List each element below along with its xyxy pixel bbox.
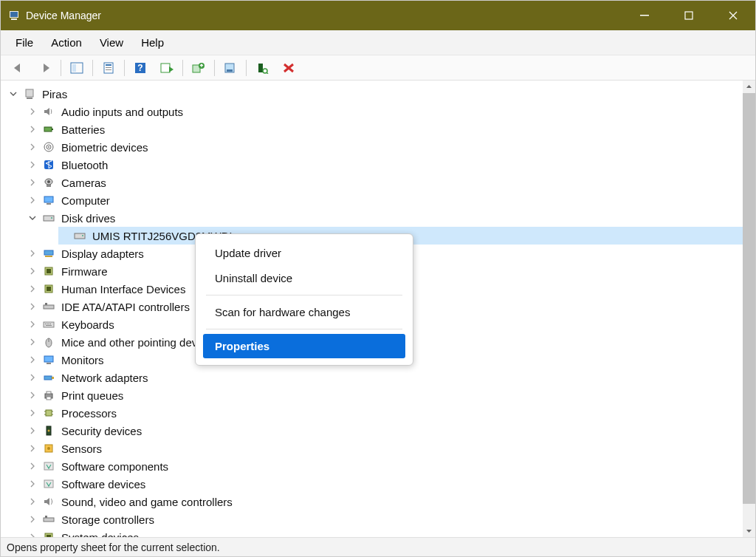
toolbar-forward-button[interactable] [32, 58, 58, 78]
tree-category-label: Software components [61, 460, 168, 473]
tree-category-label: Bluetooth [61, 159, 108, 171]
chevron-right-icon[interactable] [27, 496, 38, 507]
chevron-right-icon[interactable] [27, 355, 38, 365]
toolbar-properties-button[interactable] [96, 58, 121, 78]
svg-rect-76 [45, 516, 47, 518]
svg-rect-25 [26, 89, 33, 97]
svg-point-72 [47, 447, 50, 450]
toolbar-update-driver-button[interactable] [186, 58, 211, 78]
svg-rect-1 [11, 18, 17, 20]
tree-category[interactable]: Sensors [27, 440, 743, 457]
tree-category[interactable]: Print queues [27, 386, 743, 404]
tree-category[interactable]: System devices [27, 528, 743, 537]
toolbar-scan-button[interactable] [250, 58, 275, 78]
toolbar-action-button[interactable] [154, 58, 179, 78]
svg-rect-45 [47, 269, 51, 273]
toolbar-help-button[interactable]: ? [128, 58, 153, 78]
chevron-right-icon[interactable] [27, 532, 38, 537]
tree-category[interactable]: Cameras [27, 174, 743, 191]
tree-category-label: Audio inputs and outputs [61, 106, 183, 118]
tree-root[interactable]: Piras [8, 85, 743, 103]
tree-category[interactable]: Processors [27, 404, 743, 422]
sensor-icon [42, 442, 55, 455]
context-scan-hardware[interactable]: Scan for hardware changes [203, 300, 405, 324]
chevron-right-icon[interactable] [27, 301, 38, 312]
chevron-down-icon[interactable] [8, 89, 18, 99]
chevron-right-icon[interactable] [27, 372, 38, 383]
chevron-right-icon[interactable] [27, 390, 38, 400]
vertical-scrollbar[interactable] [743, 81, 755, 537]
menu-action[interactable]: Action [42, 32, 91, 53]
toolbar-back-button[interactable] [6, 58, 31, 78]
chevron-right-icon[interactable] [27, 461, 38, 471]
toolbar-separator [182, 60, 183, 76]
chevron-right-icon[interactable] [27, 160, 38, 170]
chevron-right-icon[interactable] [27, 195, 38, 205]
svg-point-39 [51, 217, 52, 219]
chevron-right-icon[interactable] [27, 514, 38, 524]
tree-category[interactable]: Computer [27, 191, 743, 209]
hid-icon [42, 282, 55, 295]
scroll-up-arrow-icon[interactable] [743, 81, 755, 93]
svg-rect-40 [75, 233, 85, 239]
menu-view[interactable]: View [91, 32, 132, 53]
tree-category[interactable]: Disk drives [27, 209, 743, 227]
tree-category[interactable]: Bluetooth [27, 156, 743, 174]
chevron-right-icon[interactable] [27, 319, 38, 329]
svg-rect-75 [44, 518, 54, 522]
toolbar-show-tree-button[interactable] [64, 58, 89, 78]
svg-rect-35 [47, 185, 51, 187]
chevron-right-icon[interactable] [27, 479, 38, 489]
tree-category[interactable]: Sound, video and game controllers [27, 493, 743, 510]
chevron-right-icon[interactable] [27, 248, 38, 259]
svg-rect-47 [47, 287, 51, 291]
svg-rect-58 [47, 363, 51, 364]
tree-category[interactable]: Software components [27, 457, 743, 475]
tree-category-label: Monitors [61, 354, 104, 366]
minimize-button[interactable] [622, 1, 667, 30]
chevron-right-icon[interactable] [27, 426, 38, 436]
chevron-right-icon[interactable] [27, 408, 38, 418]
menu-help[interactable]: Help [132, 32, 173, 53]
tree-category[interactable]: Network adapters [27, 369, 743, 386]
svg-rect-59 [44, 376, 52, 380]
maximize-button[interactable] [667, 1, 711, 30]
svg-point-41 [82, 235, 83, 236]
tree-category[interactable]: Batteries [27, 120, 743, 138]
chevron-right-icon[interactable] [27, 124, 38, 134]
close-button[interactable] [711, 1, 755, 30]
tree-category[interactable]: Software devices [27, 475, 743, 493]
tree-category[interactable]: Biometric devices [27, 138, 743, 156]
chevron-right-icon[interactable] [27, 142, 38, 152]
svg-text:?: ? [137, 63, 142, 73]
chevron-right-icon[interactable] [27, 443, 38, 454]
toolbar-uninstall-button[interactable] [218, 58, 243, 78]
computer-icon [42, 194, 55, 207]
context-properties[interactable]: Properties [203, 334, 405, 358]
chevron-right-icon[interactable] [27, 106, 38, 117]
chevron-right-icon[interactable] [27, 266, 38, 276]
menu-file[interactable]: File [7, 32, 42, 53]
context-uninstall-device[interactable]: Uninstall device [203, 266, 405, 290]
processor-icon [42, 406, 55, 420]
scrollbar-thumb[interactable] [743, 93, 755, 504]
scroll-down-arrow-icon[interactable] [743, 524, 755, 537]
svg-rect-27 [44, 127, 52, 131]
chevron-right-icon[interactable] [27, 177, 38, 188]
bluetooth-icon [42, 158, 55, 171]
help-icon: ? [134, 62, 146, 74]
chevron-right-icon[interactable] [27, 284, 38, 294]
context-update-driver[interactable]: Update driver [203, 241, 405, 265]
chevron-right-icon[interactable] [27, 337, 38, 347]
tree-category[interactable]: Security devices [27, 422, 743, 440]
network-adapter-icon [42, 371, 55, 384]
firmware-icon [42, 264, 55, 278]
toolbar-disable-button[interactable] [276, 58, 301, 78]
tree-category[interactable]: Audio inputs and outputs [27, 103, 743, 120]
svg-rect-52 [47, 324, 49, 324]
tree-category-label: System devices [61, 531, 139, 538]
tree-category[interactable]: Storage controllers [27, 510, 743, 528]
svg-point-34 [47, 180, 50, 183]
svg-rect-20 [258, 64, 263, 72]
chevron-down-icon[interactable] [27, 213, 38, 223]
